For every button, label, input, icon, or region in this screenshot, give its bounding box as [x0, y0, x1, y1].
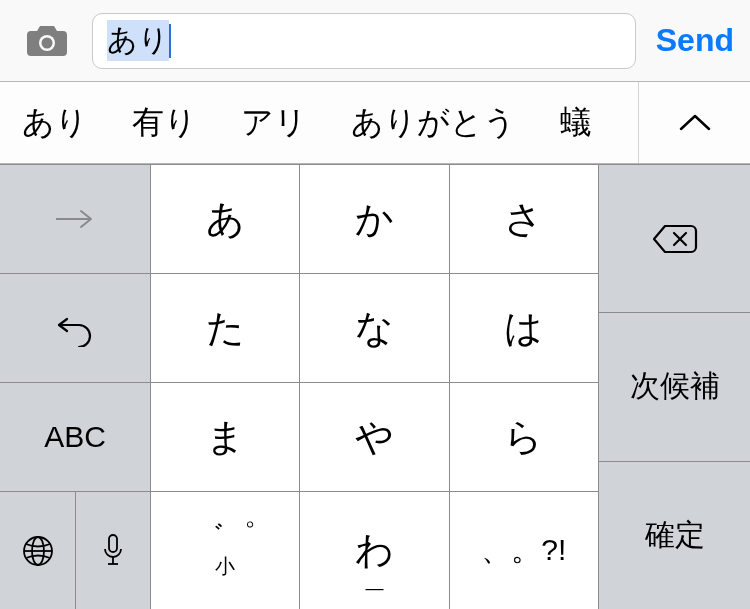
undo-key[interactable] [0, 273, 150, 382]
message-input[interactable]: あり [92, 13, 636, 69]
backspace-key[interactable] [598, 164, 750, 312]
arrow-right-icon [53, 209, 97, 229]
send-button[interactable]: Send [646, 22, 738, 59]
compose-bar: あり Send [0, 0, 750, 82]
next-field-key[interactable] [0, 164, 150, 273]
camera-icon [25, 24, 69, 58]
prediction-item[interactable]: あり [0, 82, 110, 163]
kana-key-ra[interactable]: ら [449, 382, 598, 491]
camera-button[interactable] [12, 14, 82, 68]
kana-key-ma[interactable]: ま [150, 382, 299, 491]
message-text-selection: あり [107, 20, 169, 61]
kana-key-a[interactable]: あ [150, 164, 299, 273]
diacritic-key[interactable]: ゛゜ 小 [150, 491, 299, 609]
prediction-item[interactable]: 蟻 [538, 82, 614, 163]
kana-key-wa-sub: — [365, 578, 383, 599]
kana-key-wa[interactable]: わ — [299, 491, 448, 609]
punctuation-key[interactable]: 、。?! [449, 491, 598, 609]
kana-key-ya[interactable]: や [299, 382, 448, 491]
prediction-item[interactable]: ありがとう [329, 82, 538, 163]
kana-keyboard: あ か さ た な は ABC ま や [0, 164, 750, 609]
kana-key-ha[interactable]: は [449, 273, 598, 382]
diacritic-sub-label: 小 [215, 553, 235, 580]
diacritic-label: ゛゜ [194, 521, 256, 551]
globe-icon [21, 534, 55, 568]
microphone-icon [101, 533, 125, 569]
prediction-item[interactable]: アリ [219, 82, 329, 163]
svg-rect-6 [109, 535, 117, 552]
kana-key-na[interactable]: な [299, 273, 448, 382]
svg-point-1 [42, 37, 53, 48]
globe-mic-group [0, 491, 150, 609]
next-candidate-key[interactable]: 次候補 [598, 312, 750, 460]
predictions-expand-button[interactable] [638, 82, 750, 163]
abc-mode-key[interactable]: ABC [0, 382, 150, 491]
kana-key-sa[interactable]: さ [449, 164, 598, 273]
text-cursor [169, 24, 171, 58]
dictation-key[interactable] [75, 491, 150, 609]
kana-key-ta[interactable]: た [150, 273, 299, 382]
chevron-up-icon [678, 113, 712, 133]
prediction-bar: あり 有り アリ ありがとう 蟻 [0, 82, 750, 164]
globe-key[interactable] [0, 491, 75, 609]
prediction-item[interactable]: 有り [110, 82, 219, 163]
backspace-icon [651, 223, 699, 255]
kana-key-wa-label: わ [355, 525, 394, 576]
right-column: 次候補 確定 [598, 164, 750, 609]
confirm-key[interactable]: 確定 [598, 461, 750, 609]
kana-key-ka[interactable]: か [299, 164, 448, 273]
undo-icon [55, 309, 95, 347]
